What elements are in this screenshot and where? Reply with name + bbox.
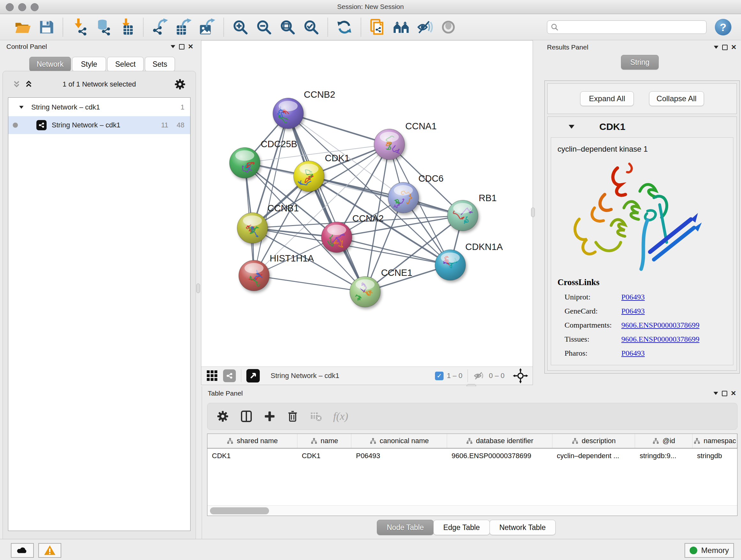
network-row[interactable]: String Network – cdk1 11 48: [8, 116, 190, 134]
collapse-all-button[interactable]: Collapse All: [649, 91, 704, 106]
network-options-gear-icon[interactable]: [174, 78, 186, 90]
panel-menu-icon[interactable]: [714, 46, 718, 49]
node-label: CDC25B: [261, 139, 297, 149]
export-network-button[interactable]: [151, 18, 169, 36]
float-panel-icon[interactable]: [722, 45, 728, 50]
first-neighbors-button[interactable]: [392, 18, 410, 36]
zoom-in-button[interactable]: [231, 18, 249, 36]
export-image-button[interactable]: [198, 18, 216, 36]
network-node-ccnb1[interactable]: [237, 212, 268, 243]
string-view-icon[interactable]: [223, 369, 236, 382]
close-panel-icon[interactable]: ✕: [731, 389, 736, 397]
column-header[interactable]: namespac: [692, 434, 737, 448]
import-network-from-database-button[interactable]: [94, 18, 112, 36]
network-node-ccnb2[interactable]: [273, 98, 304, 129]
tab-network[interactable]: Network: [29, 57, 71, 71]
tab-sets[interactable]: Sets: [145, 57, 175, 71]
collection-expand-icon[interactable]: [19, 106, 23, 109]
table-cell[interactable]: CDK1: [297, 449, 352, 463]
panel-menu-icon[interactable]: [171, 45, 175, 48]
panel-menu-icon[interactable]: [714, 392, 718, 395]
memory-button[interactable]: Memory: [684, 543, 734, 558]
network-node-ccne1[interactable]: [350, 276, 381, 307]
table-horizontal-scrollbar[interactable]: [207, 505, 737, 516]
vertical-splitter-handle[interactable]: [531, 207, 535, 217]
table-cell[interactable]: stringdb:9...: [635, 449, 692, 463]
network-node-cdc6[interactable]: [388, 182, 419, 213]
tissues-link[interactable]: 9606.ENSP00000378699: [621, 335, 699, 344]
uniprot-link[interactable]: P06493: [621, 293, 645, 301]
search-input[interactable]: [561, 23, 703, 31]
network-edge[interactable]: [254, 275, 365, 292]
pan-crosshair-icon[interactable]: [513, 368, 528, 383]
float-panel-icon[interactable]: [179, 44, 185, 50]
network-node-ccna2[interactable]: [321, 222, 352, 253]
network-edge[interactable]: [288, 113, 389, 144]
cdk1-section-header[interactable]: CDK1: [548, 117, 737, 137]
network-node-hist1h1a[interactable]: [239, 260, 269, 291]
warnings-button[interactable]: [38, 543, 61, 558]
network-node-cdkn1a[interactable]: [435, 250, 466, 280]
table-options-gear-icon[interactable]: [216, 410, 229, 423]
import-network-from-file-button[interactable]: [71, 18, 88, 36]
network-canvas[interactable]: CCNB2CCNA1CDC25BCDK1CDC6RB1CCNB1CCNA2CDK…: [201, 41, 533, 367]
expand-all-button[interactable]: Expand All: [580, 91, 634, 106]
refresh-view-button[interactable]: [335, 18, 353, 36]
save-session-button[interactable]: [37, 18, 55, 36]
tab-node-table[interactable]: Node Table: [377, 520, 434, 535]
pharos-link[interactable]: P06493: [621, 349, 645, 358]
window-title: Session: New Session: [0, 3, 741, 10]
show-columns-icon[interactable]: [240, 410, 253, 423]
tab-style[interactable]: Style: [72, 57, 106, 71]
zoom-fit-content-button[interactable]: [279, 18, 296, 36]
collection-count: 1: [181, 103, 185, 111]
network-node-ccna1[interactable]: [374, 129, 405, 160]
column-header[interactable]: name: [297, 434, 352, 448]
column-header[interactable]: shared name: [207, 434, 297, 448]
clone-network-button[interactable]: [368, 18, 387, 36]
table-row[interactable]: CDK1CDK1P064939606.ENSP00000378699cyclin…: [207, 449, 737, 463]
show-all-button[interactable]: [440, 18, 457, 36]
selected-checkbox-icon[interactable]: ✓: [435, 372, 444, 380]
network-node-cdc25b[interactable]: [229, 147, 260, 178]
scrollbar-thumb[interactable]: [210, 507, 269, 514]
tab-edge-table[interactable]: Edge Table: [433, 520, 490, 535]
column-header[interactable]: canonical name: [351, 434, 447, 448]
crosslinks-block: CrossLinks Uniprot: P06493 GeneCard: P06…: [557, 277, 730, 358]
zoom-selected-button[interactable]: [302, 18, 320, 36]
export-table-button[interactable]: [175, 18, 192, 36]
network-edge[interactable]: [288, 113, 365, 292]
grid-mode-icon[interactable]: [206, 369, 219, 382]
table-cell[interactable]: cyclin–dependent ...: [552, 449, 635, 463]
column-header[interactable]: description: [552, 434, 635, 448]
compartments-link[interactable]: 9606.ENSP00000378699: [621, 321, 699, 329]
zoom-out-button[interactable]: [255, 18, 273, 36]
add-column-icon[interactable]: [264, 410, 276, 422]
table-cell[interactable]: stringdb: [692, 449, 737, 463]
close-panel-icon[interactable]: ✕: [731, 44, 737, 51]
network-collection-row[interactable]: String Network – cdk1 1: [8, 98, 190, 116]
section-collapse-icon[interactable]: [569, 125, 575, 129]
hide-selected-button[interactable]: [416, 18, 434, 36]
table-cell[interactable]: 9606.ENSP00000378699: [447, 449, 552, 463]
help-button[interactable]: ?: [715, 19, 731, 36]
tab-select[interactable]: Select: [107, 57, 144, 71]
tab-network-table[interactable]: Network Table: [489, 520, 556, 535]
column-header[interactable]: @id: [635, 434, 692, 448]
search-box[interactable]: [547, 20, 706, 34]
import-table-from-file-button[interactable]: [118, 18, 136, 36]
table-cell[interactable]: P06493: [351, 449, 447, 463]
open-session-button[interactable]: [14, 18, 31, 36]
app-store-status-button[interactable]: [11, 543, 34, 558]
network-node-cdk1[interactable]: [293, 161, 324, 192]
birdseye-view-icon[interactable]: [246, 369, 260, 382]
float-panel-icon[interactable]: [722, 391, 727, 396]
delete-column-icon[interactable]: [286, 410, 299, 422]
genecard-link[interactable]: P06493: [621, 307, 645, 315]
vertical-splitter-handle[interactable]: [196, 284, 200, 293]
close-panel-icon[interactable]: ✕: [188, 43, 193, 51]
tab-string[interactable]: String: [621, 55, 659, 70]
column-header[interactable]: database identifier: [447, 434, 552, 448]
network-node-rb1[interactable]: [448, 200, 478, 231]
table-cell[interactable]: CDK1: [207, 449, 297, 463]
